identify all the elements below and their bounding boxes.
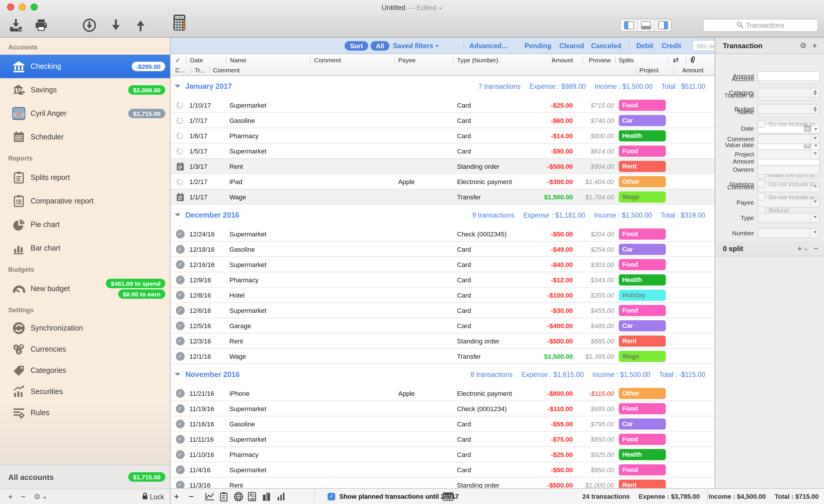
sidebar-item-securities[interactable]: Securities	[0, 381, 170, 402]
transaction-row[interactable]: 1/1/17WageTransfer$1,500.00$1,704.00Wage	[171, 189, 715, 205]
checkbox[interactable]	[757, 193, 765, 201]
owners-input[interactable]	[757, 165, 820, 175]
transaction-row[interactable]: ✓12/8/16HotelCard-$100.00$355.00Holiday	[171, 288, 715, 303]
col2-comment[interactable]: Comment	[213, 67, 240, 74]
search-field[interactable]: Transactions	[703, 19, 818, 32]
col-type[interactable]: Type (Number)	[457, 57, 498, 64]
print-button[interactable]	[33, 18, 49, 33]
transaction-row[interactable]: ✓11/19/16SupermarketCheck (0001234)-$110…	[171, 401, 715, 416]
budget-stepper[interactable]	[757, 104, 820, 114]
transaction-row[interactable]: 1/2/17iPadAppleElectronic payment-$300.0…	[171, 174, 715, 189]
add-transaction-button[interactable]: +	[174, 489, 179, 504]
section-header[interactable]: November 20168 transactionsExpense : $1,…	[171, 367, 715, 382]
filter-all-button[interactable]: All	[371, 41, 389, 50]
transaction-row[interactable]: ✓12/9/16PharmacyCard-$12.00$343.00Health	[171, 272, 715, 288]
toggle-right-panel-button[interactable]	[654, 19, 671, 31]
col-preview[interactable]: Preview	[589, 57, 611, 64]
sidebar-item-new-budget[interactable]: New budget$461.00 to spend$0.00 to earn	[0, 277, 170, 301]
remove-account-button[interactable]: −	[21, 492, 25, 501]
transaction-row[interactable]: ✓11/16/16GasolineCard-$55.00$795.00Car	[171, 416, 715, 432]
add-split-button[interactable]: +	[798, 244, 808, 253]
attachment-column-icon[interactable]	[689, 56, 696, 65]
col-check[interactable]: ✓	[175, 57, 181, 64]
section-header[interactable]: December 20169 transactionsExpense : $1,…	[171, 208, 715, 223]
inspector-add-icon[interactable]: +	[813, 41, 817, 50]
filter-debit-button[interactable]: Debit	[636, 38, 653, 54]
sidebar-item-splits-report[interactable]: Splits report	[0, 166, 170, 189]
section-header[interactable]: January 20177 transactionsExpense : $989…	[171, 79, 715, 94]
web-view-button[interactable]	[233, 489, 243, 504]
transaction-row[interactable]: ✓12/5/16GarageCard-$400.00$485.00Car	[171, 318, 715, 333]
lock-button[interactable]: Lock	[141, 492, 164, 501]
transaction-row[interactable]: ✓12/24/16SupermarketCheck (0002345)-$50.…	[171, 226, 715, 242]
transaction-row[interactable]: 1/10/17SupermarketCard-$25.00$715.00Food	[171, 98, 715, 113]
show-planned-checkbox[interactable]: ✓ Show planned transactions until 2/1/17	[328, 489, 459, 504]
transaction-row[interactable]: 1/6/17PharmacyCard-$14.00$800.00Health	[171, 128, 715, 143]
all-accounts-summary[interactable]: All accounts $1,715.00	[0, 465, 170, 489]
type-dropdown[interactable]	[757, 213, 820, 223]
transaction-row[interactable]: ✓12/6/16SupermarketCard-$30.00$455.00Foo…	[171, 303, 715, 318]
move-down-button[interactable]	[109, 18, 122, 33]
compare-view-button[interactable]	[262, 489, 271, 504]
transaction-row[interactable]: ✓11/3/16RentStanding order-$500.00$1,000…	[171, 478, 715, 488]
project-dropdown[interactable]	[757, 149, 820, 160]
category-stepper[interactable]	[757, 88, 820, 98]
comment-dropdown[interactable]	[757, 134, 820, 144]
col2-amount[interactable]: Amount	[682, 67, 703, 74]
col2-transfer[interactable]: Tr...	[195, 67, 205, 74]
col-splits[interactable]: Splits	[619, 57, 634, 64]
sidebar-item-bar-chart[interactable]: Bar chart	[0, 236, 170, 260]
number-dropdown[interactable]	[757, 228, 820, 238]
chart-view-button[interactable]	[205, 489, 215, 504]
toggle-bottom-panel-button[interactable]	[637, 19, 654, 31]
download-update-button[interactable]	[82, 18, 97, 33]
advanced-filter-button[interactable]: Advanced...	[469, 38, 507, 54]
filter-canceled-button[interactable]: Canceled	[591, 38, 621, 54]
sidebar-item-synchronization[interactable]: Synchronization	[0, 318, 170, 339]
transaction-row[interactable]: ✓12/16/16SupermarketCard-$40.00$303.00Fo…	[171, 257, 715, 272]
col-name[interactable]: Name	[230, 57, 246, 64]
sidebar-item-pie-chart[interactable]: Pie chart	[0, 213, 170, 236]
sidebar-item-scheduler[interactable]: Scheduler	[0, 125, 170, 149]
collapse-triangle-icon[interactable]	[175, 85, 181, 91]
transaction-row[interactable]: ✓11/11/16SupermarketCard-$75.00$850.00Fo…	[171, 432, 715, 447]
transaction-row[interactable]: ✓11/4/16SupermarketCard-$50.00$950.00Foo…	[171, 462, 715, 478]
checkbox[interactable]	[757, 206, 765, 213]
transaction-row[interactable]: 1/7/17GasolineCard-$60.00$740.00Car	[171, 113, 715, 128]
account-actions-gear-icon[interactable]: ⚙	[33, 492, 46, 501]
saved-filters-menu[interactable]: Saved filters	[393, 38, 439, 54]
remove-transaction-button[interactable]: −	[189, 489, 194, 504]
checkbox[interactable]	[757, 120, 765, 128]
filter-cleared-button[interactable]: Cleared	[559, 38, 584, 54]
col-date[interactable]: Date	[190, 57, 203, 64]
inspector-gear-icon[interactable]: ⚙	[800, 41, 807, 50]
transfer-column-icon[interactable]: ⇄	[673, 56, 679, 64]
transaction-row[interactable]: 1/5/17SupermarketCard-$90.00$814.00Food	[171, 143, 715, 159]
transaction-row[interactable]: ✓12/3/16RentStanding order-$500.00$885.0…	[171, 333, 715, 349]
table-layout-button[interactable]	[443, 489, 456, 504]
transaction-row[interactable]: ✓11/10/16PharmacyCard-$25.00$925.00Healt…	[171, 447, 715, 462]
move-up-button[interactable]	[134, 18, 147, 33]
transaction-row[interactable]: ✓12/18/16GasolineCard-$49.00$254.00Car	[171, 242, 715, 257]
report-view-button[interactable]	[219, 489, 228, 504]
import-button[interactable]	[8, 18, 23, 33]
toggle-left-sidebar-button[interactable]	[620, 19, 637, 31]
collapse-triangle-icon[interactable]	[175, 373, 181, 379]
col2-project[interactable]: Project	[639, 67, 658, 74]
col-payee[interactable]: Payee	[398, 57, 416, 64]
sidebar-item-currencies[interactable]: €¥$Currencies	[0, 339, 170, 360]
collapse-triangle-icon[interactable]	[175, 213, 181, 219]
remove-split-button[interactable]: −	[814, 244, 818, 253]
sidebar-item-categories[interactable]: Categories	[0, 360, 170, 381]
sidebar-item-comparative-report[interactable]: Comparative report	[0, 189, 170, 213]
sidebar-item-cyril-anger[interactable]: Cyril Anger$1,715.00	[0, 102, 170, 125]
col-amount[interactable]: Amount	[552, 57, 573, 64]
filter-credit-button[interactable]: Credit	[662, 38, 681, 54]
col2-check[interactable]: C...	[175, 67, 185, 74]
currency-doc-button[interactable]: €	[247, 489, 256, 504]
sidebar-item-checking[interactable]: Checking-$285.00	[0, 55, 170, 78]
transaction-row[interactable]: ✓12/1/16WageTransfer$1,500.00$1,385.00Wa…	[171, 349, 715, 364]
transaction-row[interactable]: ✓11/21/16iPhoneAppleElectronic payment-$…	[171, 386, 715, 401]
checkbox[interactable]	[757, 180, 765, 188]
col-comment[interactable]: Comment	[314, 57, 341, 64]
